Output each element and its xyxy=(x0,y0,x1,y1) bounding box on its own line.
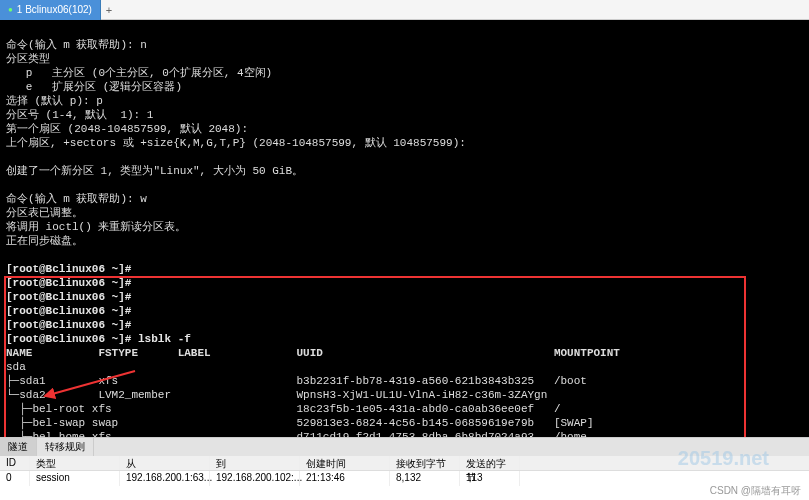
add-tab-button[interactable]: + xyxy=(101,4,117,16)
lsblk-row: sda xyxy=(6,361,26,373)
cell-to: 192.168.200.102:... xyxy=(210,471,300,486)
term-line: 创建了一个新分区 1, 类型为"Linux", 大小为 50 GiB。 xyxy=(6,165,303,177)
col-to[interactable]: 到 xyxy=(210,456,300,470)
col-ctime[interactable]: 创建时间 xyxy=(300,456,390,470)
cell-sent: 113 xyxy=(460,471,520,486)
grid-header: ID 类型 从 到 创建时间 接收到字节 发送的字节 xyxy=(0,456,809,471)
bottom-panel: 隧道 转移规则 ID 类型 从 到 创建时间 接收到字节 发送的字节 0 ses… xyxy=(0,437,809,500)
term-line: 第一个扇区 (2048-104857599, 默认 2048): xyxy=(6,123,248,135)
status-dot-icon: ● xyxy=(8,5,13,14)
prompt: [root@Bclinux06 ~]# lsblk -f xyxy=(6,333,191,345)
window-titlebar: ● 1 Bclinux06(102) + xyxy=(0,0,809,20)
cell-from: 192.168.200.1:63... xyxy=(120,471,210,486)
prompt: [root@Bclinux06 ~]# xyxy=(6,277,131,289)
term-line: 将调用 ioctl() 来重新读分区表。 xyxy=(6,221,186,233)
lsblk-row: └─sda2 LVM2_member WpnsH3-XjW1-UL1U-VlnA… xyxy=(6,389,547,401)
cell-recv: 8,132 xyxy=(390,471,460,486)
terminal-output: 命令(输入 m 获取帮助): n 分区类型 p 主分区 (0个主分区, 0个扩展… xyxy=(0,20,809,437)
term-line: 命令(输入 m 获取帮助): w xyxy=(6,193,147,205)
cell-id: 0 xyxy=(0,471,30,486)
table-row[interactable]: 0 session 192.168.200.1:63... 192.168.20… xyxy=(0,471,809,486)
col-sent[interactable]: 发送的字节 xyxy=(460,456,520,470)
col-recv[interactable]: 接收到字节 xyxy=(390,456,460,470)
term-line: 选择 (默认 p): p xyxy=(6,95,103,107)
terminal-area[interactable]: 命令(输入 m 获取帮助): n 分区类型 p 主分区 (0个主分区, 0个扩展… xyxy=(0,20,809,437)
tab-transfer-rules[interactable]: 转移规则 xyxy=(37,438,94,456)
connections-grid: ID 类型 从 到 创建时间 接收到字节 发送的字节 0 session 192… xyxy=(0,456,809,486)
csdn-credit: CSDN @隔墙有耳呀 xyxy=(710,484,801,498)
term-line: 命令(输入 m 获取帮助): n xyxy=(6,39,147,51)
prompt: [root@Bclinux06 ~]# xyxy=(6,263,131,275)
term-line: e 扩展分区 (逻辑分区容器) xyxy=(6,81,182,93)
col-id[interactable]: ID xyxy=(0,456,30,470)
bottom-tabs: 隧道 转移规则 xyxy=(0,438,809,456)
term-line: 分区类型 xyxy=(6,53,50,65)
prompt: [root@Bclinux06 ~]# xyxy=(6,291,131,303)
tab-tunnel[interactable]: 隧道 xyxy=(0,438,37,456)
term-line: 分区表已调整。 xyxy=(6,207,83,219)
term-line: p 主分区 (0个主分区, 0个扩展分区, 4空闲) xyxy=(6,67,272,79)
cell-ctime: 21:13:46 xyxy=(300,471,390,486)
cell-type: session xyxy=(30,471,120,486)
prompt: [root@Bclinux06 ~]# xyxy=(6,305,131,317)
lsblk-row: └─bel-home xfs d711cd19-f2d1-4753-8dba-6… xyxy=(6,431,587,437)
term-line: 分区号 (1-4, 默认 1): 1 xyxy=(6,109,153,121)
col-from[interactable]: 从 xyxy=(120,456,210,470)
lsblk-row: ├─bel-swap swap 529813e3-6824-4c56-b145-… xyxy=(6,417,594,429)
lsblk-row: ├─bel-root xfs 18c23f5b-1e05-431a-abd0-c… xyxy=(6,403,561,415)
lsblk-header: NAME FSTYPE LABEL UUID MOUNTPOINT xyxy=(6,347,620,359)
tab-index: 1 xyxy=(17,4,23,15)
term-line: 正在同步磁盘。 xyxy=(6,235,83,247)
prompt: [root@Bclinux06 ~]# xyxy=(6,319,131,331)
lsblk-row: ├─sda1 xfs b3b2231f-bb78-4319-a560-621b3… xyxy=(6,375,587,387)
col-type[interactable]: 类型 xyxy=(30,456,120,470)
term-line: 上个扇区, +sectors 或 +size{K,M,G,T,P} (2048-… xyxy=(6,137,466,149)
tab-title: Bclinux06(102) xyxy=(25,4,92,15)
session-tab[interactable]: ● 1 Bclinux06(102) xyxy=(0,0,101,20)
